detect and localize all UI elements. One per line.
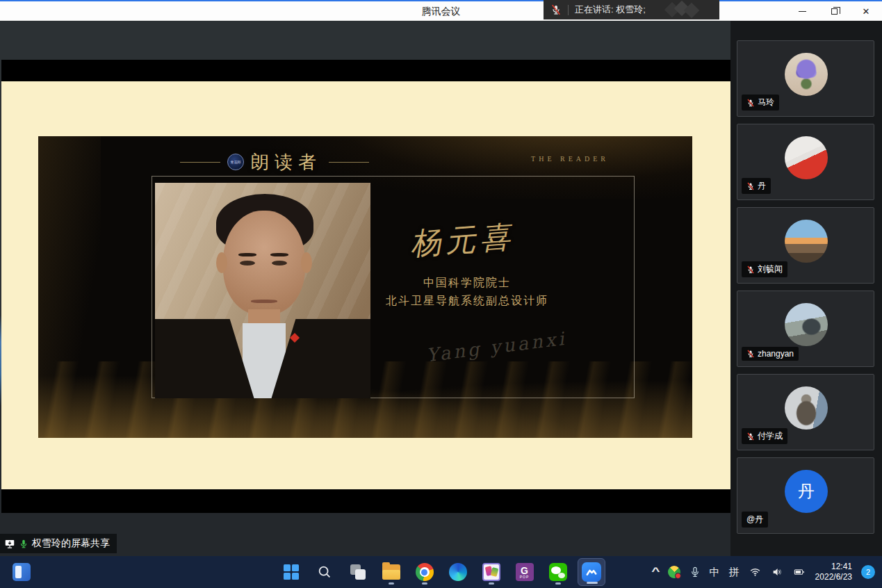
- mic-muted-icon: [746, 432, 755, 441]
- participant-name: zhangyan: [758, 349, 794, 359]
- file-explorer-button[interactable]: [377, 558, 405, 586]
- speaking-label: 正在讲话: 权雪玲;: [575, 3, 646, 16]
- mic-muted-icon: [746, 350, 755, 358]
- participant-name-chip: 丹: [742, 178, 771, 194]
- meeting-logo-watermark-icon: [662, 2, 704, 17]
- wifi-tray-button[interactable]: [749, 566, 762, 578]
- participant-name-chip: 刘毓闻: [742, 261, 787, 277]
- tencent-meeting-button[interactable]: [578, 558, 605, 586]
- system-tray: ^ 中 拼: [653, 556, 875, 588]
- show-title-english: THE READER: [531, 155, 609, 163]
- clock-date: 2022/6/23: [815, 572, 852, 582]
- edge-icon: [449, 563, 467, 581]
- window-title: 腾讯会议: [0, 6, 882, 18]
- wechat-button[interactable]: [544, 558, 572, 586]
- reader-show-frame: 青花郎 朗读者 THE READER: [38, 136, 692, 438]
- desktop-edge-sliver: [0, 21, 1, 556]
- clock-time: 12:41: [815, 562, 852, 572]
- avatar-blue-initial: 丹: [785, 470, 828, 513]
- shared-app-top-area: [0, 21, 730, 60]
- shared-screen-region[interactable]: 青花郎 朗读者 THE READER: [0, 21, 730, 556]
- participant-name: 马玲: [758, 97, 774, 108]
- taskbar-center-icons: G POP: [277, 556, 605, 588]
- speaker-icon: [771, 566, 783, 578]
- file-explorer-icon: [382, 564, 400, 580]
- start-button[interactable]: [277, 558, 305, 586]
- mic-muted-icon: [746, 182, 755, 190]
- notification-count-badge[interactable]: 2: [861, 565, 875, 579]
- ime-mode-indicator[interactable]: 拼: [729, 566, 740, 579]
- battery-icon: [792, 566, 806, 578]
- participant-tile-liuyuwen[interactable]: 刘毓闻: [737, 207, 874, 284]
- guest-title-line2: 北斗卫星导航系统副总设计师: [328, 292, 606, 310]
- avatar-flowers: [785, 53, 828, 96]
- mic-muted-icon: [746, 266, 755, 274]
- tencent-meeting-window: 腾讯会议 ✕ 正在讲话: 权雪玲;: [0, 0, 882, 588]
- pdf-app-button[interactable]: G POP: [511, 558, 539, 586]
- windows-taskbar: G POP ^: [0, 556, 882, 588]
- edge-button[interactable]: [444, 558, 472, 586]
- participant-tile-dan[interactable]: 丹: [737, 124, 874, 200]
- guest-title-line1: 中国科学院院士: [328, 274, 606, 292]
- screen-share-status-chip[interactable]: 权雪玲的屏幕共享: [0, 534, 117, 553]
- volume-tray-button[interactable]: [771, 566, 783, 578]
- left-corner-app-icon[interactable]: [13, 563, 31, 581]
- avatar-car-mirror: [785, 303, 828, 346]
- slide-background: 青花郎 朗读者 THE READER: [0, 81, 730, 489]
- participant-tile-maling[interactable]: 马玲: [737, 40, 874, 117]
- title-bar: 腾讯会议 ✕: [0, 0, 882, 21]
- mic-muted-icon: [746, 99, 755, 107]
- mic-muted-icon: [550, 4, 562, 15]
- mic-active-icon: [19, 539, 28, 549]
- participant-tile-at-dan[interactable]: 丹 @丹: [737, 457, 874, 534]
- title-rule-right: [329, 162, 369, 163]
- participant-name-chip: zhangyan: [742, 347, 799, 361]
- ime-language-indicator[interactable]: 中: [710, 566, 720, 579]
- antivirus-tray-button[interactable]: [668, 566, 680, 578]
- sponsor-logo-icon: 青花郎: [227, 154, 244, 170]
- battery-tray-button[interactable]: [792, 566, 806, 578]
- search-button[interactable]: [311, 558, 338, 586]
- pdf-app-icon: G POP: [516, 563, 534, 581]
- participant-name: 付学成: [758, 430, 783, 442]
- wifi-icon: [749, 566, 762, 578]
- chrome-icon: [416, 563, 434, 581]
- participant-name: 丹: [758, 180, 766, 192]
- restore-button[interactable]: [818, 1, 850, 22]
- avatar-selfie: [785, 386, 828, 430]
- participant-name: 刘毓闻: [758, 263, 783, 275]
- chrome-button[interactable]: [411, 558, 439, 586]
- restore-icon: [831, 8, 838, 15]
- task-view-button[interactable]: [344, 558, 372, 586]
- minimize-button[interactable]: [786, 1, 818, 22]
- slide-letterbox-top: [0, 60, 730, 81]
- windows-start-icon: [284, 564, 299, 580]
- close-button[interactable]: ✕: [850, 1, 882, 22]
- close-icon: ✕: [863, 6, 870, 17]
- taskbar-clock[interactable]: 12:41 2022/6/23: [815, 562, 852, 582]
- microphone-icon: [689, 566, 701, 578]
- colorful-app-button[interactable]: [477, 558, 505, 586]
- tray-chevron-up-icon[interactable]: ^: [651, 565, 660, 577]
- title-rule-left: [180, 162, 220, 163]
- participant-name-chip: @丹: [742, 512, 768, 528]
- microphone-tray-button[interactable]: [689, 566, 701, 578]
- speaking-banner[interactable]: 正在讲话: 权雪玲;: [544, 0, 719, 19]
- antivirus-icon: [668, 566, 680, 578]
- minimize-icon: [799, 11, 806, 13]
- participant-tile-fuxuecheng[interactable]: 付学成: [737, 374, 874, 450]
- participant-name: @丹: [746, 514, 763, 525]
- avatar-red-white: [785, 136, 828, 179]
- screen-share-label: 权雪玲的屏幕共享: [32, 537, 110, 550]
- window-controls: ✕: [786, 1, 882, 22]
- participants-sidebar: 马玲 丹: [730, 21, 882, 556]
- slide-letterbox-bottom: [0, 489, 730, 513]
- participant-tile-zhangyan[interactable]: zhangyan: [737, 291, 874, 367]
- search-icon: [317, 564, 332, 580]
- screen-share-icon: [4, 539, 15, 549]
- wechat-icon: [549, 563, 567, 581]
- banner-divider: [568, 5, 569, 15]
- task-view-icon: [350, 564, 366, 580]
- show-title-row: 青花郎 朗读者: [142, 150, 407, 174]
- guest-titles: 中国科学院院士 北斗卫星导航系统副总设计师: [328, 274, 606, 310]
